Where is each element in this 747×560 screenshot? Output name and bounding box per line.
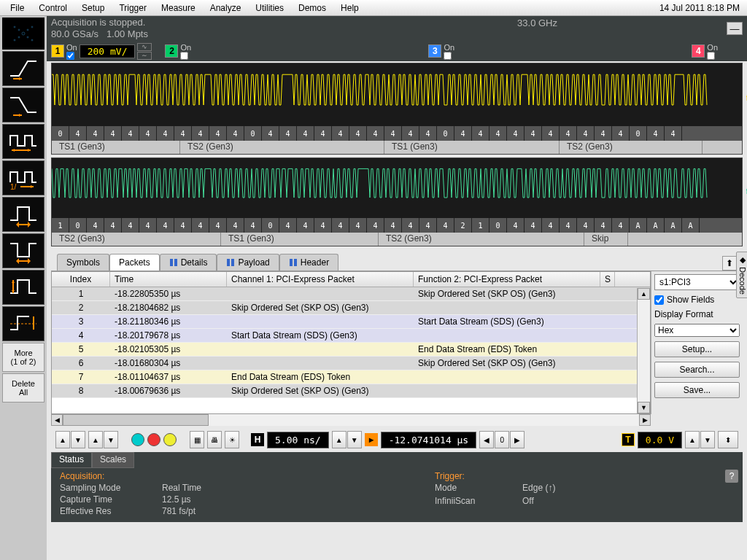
tdiv-down[interactable]: ▼ <box>347 431 362 448</box>
show-fields-checkbox[interactable]: Show Fields <box>654 295 740 305</box>
menu-measure[interactable]: Measure <box>154 1 203 15</box>
bandwidth: 33.0 GHz <box>517 18 557 28</box>
decode-side-tab[interactable]: ◆ Decode <box>736 252 747 298</box>
table-row[interactable]: 5-18.02105305 µsEnd Data Stream (EDS) To… <box>52 343 650 357</box>
tab-header[interactable]: Header <box>279 254 338 271</box>
tb-down[interactable]: ▼ <box>104 431 118 448</box>
search-button[interactable]: Search... <box>654 362 740 378</box>
svg-point-7 <box>14 39 15 41</box>
menu-control[interactable]: Control <box>31 1 74 15</box>
svg-marker-19 <box>12 280 15 283</box>
ch3-enable[interactable] <box>444 52 452 60</box>
waveform-ch2[interactable]: f2 104444444444044444444442104444444AAAA… <box>51 158 743 246</box>
tool-vpp-icon[interactable] <box>2 270 44 305</box>
tb-next[interactable]: ▼ <box>71 431 85 448</box>
svg-point-3 <box>18 36 20 38</box>
tdiv-up[interactable]: ▲ <box>332 431 347 448</box>
ch1-badge[interactable]: 1 <box>51 44 64 58</box>
menu-analyze[interactable]: Analyze <box>203 1 249 15</box>
protocol-select[interactable]: s1:PCI3 <box>654 274 740 290</box>
menu-utilities[interactable]: Utilities <box>248 1 291 15</box>
delay-zero[interactable]: 0 <box>495 431 509 448</box>
svg-point-5 <box>14 26 15 28</box>
delay-left[interactable]: ◀ <box>479 431 494 448</box>
delay-right[interactable]: ▶ <box>510 431 525 448</box>
save-button[interactable]: Save... <box>654 382 740 398</box>
table-row[interactable]: 8-18.00679636 µsSkip Ordered Set (SKP OS… <box>52 384 650 398</box>
hscroll-left[interactable]: ◀ <box>51 414 63 426</box>
trig-down[interactable]: ▼ <box>700 431 715 448</box>
trigger-level[interactable]: 0.0 V <box>638 432 682 448</box>
marker-yellow[interactable] <box>163 433 177 446</box>
time-per-div[interactable]: 5.00 ns/ <box>267 432 329 448</box>
svg-marker-11 <box>28 149 31 152</box>
ch1-enable[interactable] <box>66 52 74 60</box>
svg-rect-22 <box>174 259 177 266</box>
table-row[interactable]: 2-18.21804682 µsSkip Ordered Set (SKP OS… <box>52 301 650 315</box>
table-row[interactable]: 4-18.20179678 µsStart Data Stream (SDS) … <box>52 329 650 343</box>
tab-details[interactable]: Details <box>160 254 217 271</box>
collapse-up-button[interactable]: ⬆ <box>722 256 737 271</box>
tb-up[interactable]: ▲ <box>88 431 103 448</box>
side-panel: s1:PCI3 Show Fields Display Format Hex S… <box>651 271 743 414</box>
setup-button[interactable]: Setup... <box>654 341 740 357</box>
hscroll-track[interactable] <box>63 414 639 426</box>
layers-icon[interactable]: ▦ <box>190 431 204 448</box>
vscroll-down[interactable]: ▼ <box>638 402 650 413</box>
svg-marker-15 <box>16 222 19 228</box>
acq-header: Acquisition: <box>60 471 201 481</box>
hscroll-thumb[interactable] <box>63 414 209 426</box>
ch3-badge[interactable]: 3 <box>428 44 441 58</box>
display-format-label: Display Format <box>654 309 740 319</box>
vscroll-up[interactable]: ▲ <box>638 288 650 300</box>
brightness-icon[interactable]: ☀ <box>225 431 239 448</box>
ch1-vdiv[interactable]: 200 mV/ <box>80 44 136 58</box>
tool-pos-width-icon[interactable] <box>2 197 44 232</box>
tab-scales[interactable]: Scales <box>92 452 134 468</box>
marker-red[interactable] <box>147 433 160 446</box>
tool-rise-time-icon[interactable] <box>2 51 44 86</box>
table-row[interactable]: 7-18.01104637 µsEnd Data Stream (EDS) To… <box>52 370 650 384</box>
vscroll-track[interactable] <box>638 300 650 402</box>
tab-symbols[interactable]: Symbols <box>57 254 109 271</box>
menu-help[interactable]: Help <box>333 1 366 15</box>
tb-prev[interactable]: ▲ <box>55 431 70 448</box>
ch4-badge[interactable]: 4 <box>692 44 705 58</box>
help-button[interactable]: ? <box>725 470 738 483</box>
tool-neg-width-icon[interactable] <box>2 233 44 268</box>
trg-header: Trigger: <box>435 471 555 481</box>
hscroll-right[interactable]: ▶ <box>639 414 651 426</box>
table-row[interactable]: 6-18.01680304 µsSkip Ordered Set (SKP OS… <box>52 357 650 370</box>
ch1-coupling-ac-icon[interactable]: ∿ <box>137 43 152 51</box>
menu-trigger[interactable]: Trigger <box>112 1 154 15</box>
menu-demos[interactable]: Demos <box>291 1 333 15</box>
ch2-badge[interactable]: 2 <box>165 44 178 58</box>
display-format-select[interactable]: Hex <box>654 324 740 337</box>
tab-status[interactable]: Status <box>51 452 92 468</box>
table-row[interactable]: 3-18.21180346 µsStart Data Stream (SDS) … <box>52 315 650 329</box>
tab-packets[interactable]: Packets <box>109 254 160 271</box>
tool-period-icon[interactable] <box>2 124 44 159</box>
expand-button[interactable]: ⬍ <box>718 431 738 448</box>
marker-cyan[interactable] <box>131 433 144 446</box>
menu-file[interactable]: File <box>3 1 31 15</box>
tool-delta-icon[interactable] <box>2 306 44 341</box>
more-button[interactable]: More(1 of 2) <box>2 343 44 372</box>
svg-rect-25 <box>290 259 293 266</box>
waveform-ch1[interactable]: f1 044444444440444444444404444444444044 … <box>51 63 743 155</box>
table-row[interactable]: 1-18.22805350 µsSkip Ordered Set (SKP OS… <box>52 287 650 301</box>
tab-payload[interactable]: Payload <box>217 254 279 271</box>
ch2-enable[interactable] <box>180 52 188 60</box>
delay-value[interactable]: -12.0741014 µs <box>381 432 477 448</box>
delete-all-button[interactable]: DeleteAll <box>2 373 44 402</box>
minimize-button[interactable]: — <box>727 22 743 35</box>
ch4-enable[interactable] <box>707 52 715 60</box>
tool-fall-time-icon[interactable] <box>2 88 44 122</box>
tool-frequency-icon[interactable]: 1/ <box>2 160 44 195</box>
print-icon[interactable]: 🖶 <box>207 431 222 448</box>
delay-marker-icon: ▸ <box>365 433 378 446</box>
ch1-coupling-dc-icon[interactable]: ∼ <box>137 52 152 60</box>
menu-setup[interactable]: Setup <box>74 1 112 15</box>
svg-rect-23 <box>227 259 230 266</box>
trig-up[interactable]: ▲ <box>685 431 700 448</box>
